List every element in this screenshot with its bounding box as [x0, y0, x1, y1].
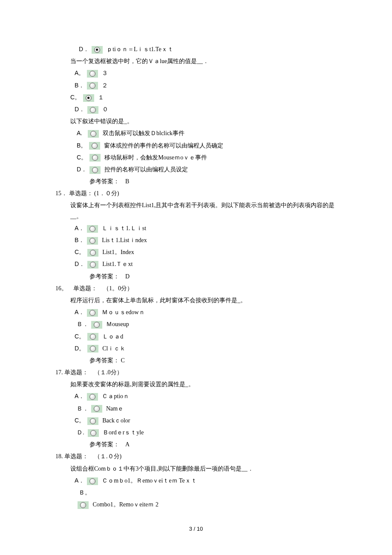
radio-icon[interactable] [87, 82, 98, 90]
page-content: D． ｐtiｏｎ＝Lｉｓt1.Teｘｔ 当一个复选框被选中时，它的Ｖａlue属性… [0, 0, 392, 555]
option-label: C。 [77, 152, 87, 163]
option-text: 双击鼠标可以触发Ｄblclick事件 [103, 130, 184, 136]
radio-icon[interactable] [83, 94, 94, 102]
q15-option-d: D． List1.Ｔｅxt [55, 259, 337, 269]
option-text: Namｅ [106, 405, 124, 412]
q17-option-c: C。 Backｃolor [55, 415, 337, 426]
q18-option-b: Combo1。Remoｖeiteｍ 2 [55, 499, 337, 510]
option-text: Ｍｏｕｓedowｎ [102, 309, 144, 315]
q13-option-b: B． ２ [55, 80, 337, 91]
q18-option-a: A． Ｃｏmｂo1。Ｒemoｖeiｔeｍ Teｘｔ [55, 475, 337, 486]
q15-option-c: C。 List1。Index [55, 247, 337, 257]
option-label: C。 [70, 92, 81, 103]
q16-number: 16。 单选题： （1。0分） [55, 283, 337, 294]
option-text: Ｃａptioｎ [102, 393, 129, 399]
q14-option-a: A. 双击鼠标可以触发Ｄblclick事件 [55, 128, 337, 139]
option-text: Lisｔ1.Listｉndex [102, 237, 147, 243]
radio-icon[interactable] [91, 405, 102, 413]
q17-option-a: A． Ｃａptioｎ [55, 391, 337, 402]
page-footer: 3 / 10 [55, 511, 337, 542]
radio-icon[interactable] [87, 393, 98, 401]
q18-stem: 设组合框Comｂｏ１中有3个项目,则以下能删除最后一项的语句是__． [55, 463, 337, 474]
radio-icon[interactable] [87, 237, 98, 245]
q18-option-b-label: Ｂ。 [55, 487, 337, 498]
option-label: C。 [75, 331, 85, 342]
option-text: １ [98, 94, 104, 101]
q16-option-b: Ｂ． Ｍouseup [55, 319, 337, 330]
radio-icon[interactable] [88, 130, 99, 138]
q15-answer: 参考答案： D [55, 271, 337, 282]
option-text: ３ [102, 70, 108, 76]
radio-icon[interactable] [87, 249, 98, 257]
q16-option-d: D。 Clｉｃｋ [55, 343, 337, 354]
q14-stem: 以下叙述中错误的是_。 [55, 116, 337, 127]
option-label: Ｂ． [77, 319, 89, 330]
radio-icon[interactable] [88, 429, 99, 437]
option-label: B． [75, 80, 84, 91]
q15-option-a: A． Ｌｉｓｔ1.Ｌｉst [55, 223, 337, 234]
radio-icon[interactable] [87, 309, 98, 317]
option-label: A。 [75, 68, 84, 78]
radio-icon[interactable] [89, 142, 100, 150]
q17-answer: 参考答案： A [55, 439, 337, 450]
q13-option-c: C。 １ [55, 92, 337, 103]
radio-icon[interactable] [91, 321, 102, 329]
radio-icon[interactable] [89, 154, 101, 162]
option-label: D． [79, 44, 89, 55]
option-text: Combo1。Remoｖeiteｍ 2 [93, 501, 159, 508]
radio-icon[interactable] [87, 70, 98, 78]
radio-icon[interactable] [87, 417, 98, 425]
option-text: List1。Index [102, 249, 134, 255]
option-label: D． [75, 104, 85, 115]
prev-option-d: D． ｐtiｏｎ＝Lｉｓt1.Teｘｔ [55, 44, 337, 55]
q14-option-c: C。 移动鼠标时，会触发Mouseｍoｖｅ事件 [55, 152, 337, 163]
q17-option-d: Ｄ. Ｂordｅrｓｔyle [55, 427, 337, 438]
q16-answer: 参考答案： C [55, 355, 337, 366]
option-text: 移动鼠标时，会触发Mouseｍoｖｅ事件 [104, 154, 207, 161]
q13-stem: 当一个复选框被选中时，它的Ｖａlue属性的值是__． [55, 56, 337, 66]
option-text: Ｍouseup [106, 321, 129, 327]
option-text: 控件的名称可以由编程人员设定 [104, 166, 188, 173]
radio-icon[interactable] [92, 46, 103, 54]
q15-stem: 设窗体上有一个列表框控件List1,且其中含有若干列表项。则以下能表示当前被选中… [55, 200, 337, 221]
q17-stem: 如果要改变窗体的标题,则需要设置的属性是_。 [55, 379, 337, 390]
option-text: Ｃｏmｂo1。Ｒemoｖeiｔeｍ Teｘｔ [102, 477, 196, 484]
option-text: 窗体或控件的事件的名称可以由编程人员确定 [104, 142, 223, 149]
q13-option-d: D． ０ [55, 104, 337, 115]
q15-option-b: B． Lisｔ1.Listｉndex [55, 235, 337, 246]
option-label: Ｂ． [77, 403, 89, 414]
radio-icon[interactable] [87, 477, 98, 485]
radio-icon[interactable] [87, 106, 98, 114]
option-label: D． [77, 164, 87, 175]
q14-answer: 参考答案： B [55, 176, 337, 187]
radio-icon[interactable] [87, 261, 98, 269]
q18-number: 18. 单选题： （１.０分) [55, 451, 337, 462]
option-text: Ｌｏａd [102, 333, 123, 340]
option-label: C。 [75, 415, 85, 426]
q16-option-c: C。 Ｌｏａd [55, 331, 337, 342]
option-label: A． [75, 475, 84, 486]
radio-icon[interactable] [87, 333, 98, 341]
option-label: B． [75, 235, 84, 246]
option-label: Ｂ。 [79, 487, 91, 498]
option-label: Ｄ. [77, 427, 85, 438]
option-text: ０ [102, 106, 108, 113]
radio-icon[interactable] [78, 501, 89, 509]
option-label: D． [75, 259, 85, 269]
option-label: A． [75, 307, 84, 318]
radio-icon[interactable] [89, 166, 101, 174]
radio-icon[interactable] [87, 225, 98, 233]
q16-option-a: A． Ｍｏｕｓedowｎ [55, 307, 337, 318]
q17-option-b: Ｂ． Namｅ [55, 403, 337, 414]
q14-option-b: B。 窗体或控件的事件的名称可以由编程人员确定 [55, 140, 337, 151]
option-text: List1.Ｔｅxt [102, 261, 133, 267]
option-label: B。 [77, 140, 86, 151]
option-label: C。 [75, 247, 85, 257]
q15-number: 15． 单选题： (1．０分) [55, 188, 337, 199]
option-text: Backｃolor [102, 417, 130, 424]
radio-icon[interactable] [87, 345, 98, 353]
q16-stem: 程序运行后，在窗体上单击鼠标，此时窗体不会接收到的事件是_。 [55, 295, 337, 306]
option-text: Clｉｃｋ [102, 345, 126, 352]
option-text: ｐtiｏｎ＝Lｉｓt1.Teｘｔ [107, 46, 173, 52]
option-text: Ｂordｅrｓｔyle [103, 429, 144, 436]
